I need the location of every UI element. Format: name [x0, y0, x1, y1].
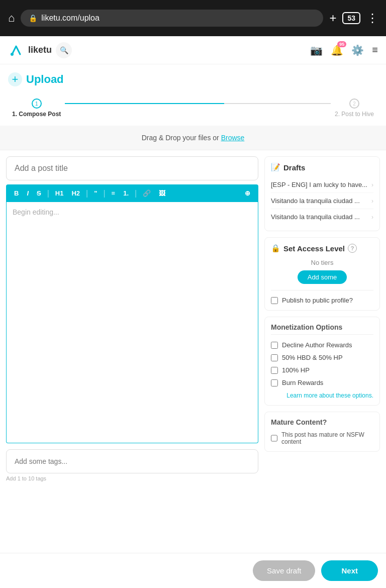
no-tiers-text: No tiers	[271, 259, 373, 266]
notification-badge: 95	[337, 41, 346, 47]
monetization-option-2: 50% HBD & 50% HP	[271, 351, 373, 364]
step-1-label: 1. Compose Post	[12, 111, 61, 118]
hamburger-menu-icon[interactable]: ≡	[372, 44, 378, 56]
notification-bell-icon[interactable]: 🔔 95	[331, 44, 343, 56]
browser-menu-icon[interactable]: ⋮	[366, 11, 378, 25]
browse-link[interactable]: Browse	[221, 134, 245, 142]
monetization-panel: Monetization Options Decline Author Rewa…	[264, 317, 380, 406]
url-text: liketu.com/uploa	[41, 14, 100, 23]
liketu-logo	[8, 42, 24, 58]
nsfw-checkbox[interactable]	[271, 435, 277, 442]
draft-item-2-text: Visitando la tranquila ciudad ...	[271, 197, 360, 205]
monetization-option-1: Decline Author Rewards	[271, 339, 373, 351]
learn-more-link[interactable]: Learn more about these options.	[271, 392, 373, 399]
access-level-title-text: Set Access Level	[283, 244, 345, 253]
step-1: 1 1. Compose Post	[12, 99, 61, 118]
draft-item-1[interactable]: [ESP - ENG] I am lucky to have... ›	[271, 177, 373, 193]
burn-rewards-checkbox[interactable]	[271, 379, 278, 386]
step-progress-line	[65, 103, 331, 104]
left-column: B I S | H1 H2 | " | ≡ 1. | 🔗 🖼 ⊕ Begin e…	[6, 156, 258, 481]
lock-emoji-icon: 🔒	[271, 244, 280, 253]
step-1-circle: 1	[32, 99, 42, 109]
title-input[interactable]	[15, 164, 250, 173]
tags-hint: Add 1 to 10 tags	[6, 475, 258, 481]
monetization-option-3: 100% HP	[271, 364, 373, 376]
camera-icon[interactable]: 📷	[310, 44, 323, 56]
mature-content-row: This post has mature or NSFW content	[271, 431, 373, 445]
toolbar-strikethrough[interactable]: S	[35, 188, 43, 198]
toolbar-italic[interactable]: I	[25, 188, 31, 198]
tags-input[interactable]	[15, 457, 250, 465]
toolbar-divider-2: |	[86, 189, 88, 198]
drafts-icon: 📝	[271, 163, 280, 172]
fifty-hbd-hp-label: 50% HBD & 50% HP	[282, 354, 343, 361]
toolbar-ordered-list[interactable]: 1.	[121, 188, 131, 198]
main-content: B I S | H1 H2 | " | ≡ 1. | 🔗 🖼 ⊕ Begin e…	[0, 150, 386, 487]
browser-chrome: ⌂ 🔒 liketu.com/uploa + 53 ⋮	[0, 0, 386, 36]
app-header: liketu 🔍 📷 🔔 95 ⚙️ ≡	[0, 36, 386, 64]
publish-row: Publish to public profile?	[271, 290, 373, 304]
fifty-hbd-hp-checkbox[interactable]	[271, 354, 278, 361]
toolbar-link[interactable]: 🔗	[141, 188, 153, 198]
bottom-action-bar: Save draft Next	[0, 553, 386, 588]
step-2-label: 2. Post to Hive	[335, 111, 374, 118]
draft-item-2[interactable]: Visitando la tranquila ciudad ... ›	[271, 193, 373, 209]
publish-label: Publish to public profile?	[282, 297, 353, 304]
decline-rewards-label: Decline Author Rewards	[282, 341, 352, 349]
hundred-hp-checkbox[interactable]	[271, 367, 278, 374]
toolbar-h2[interactable]: H2	[69, 188, 82, 198]
logo-area: liketu 🔍	[8, 42, 72, 58]
toolbar-bold[interactable]: B	[12, 188, 21, 198]
step-2: 2 2. Post to Hive	[335, 99, 374, 118]
toolbar-unordered-list[interactable]: ≡	[110, 188, 118, 198]
new-tab-icon[interactable]: +	[329, 11, 336, 25]
mature-content-title: Mature Content?	[271, 418, 373, 426]
burn-rewards-label: Burn Rewards	[282, 379, 323, 386]
draft-item-3-arrow: ›	[371, 214, 373, 221]
draft-item-3[interactable]: Visitando la tranquila ciudad ... ›	[271, 209, 373, 225]
drafts-panel-title: 📝 Drafts	[271, 163, 373, 172]
draft-item-1-arrow: ›	[371, 181, 373, 188]
tabs-count[interactable]: 53	[342, 12, 360, 24]
editor-toolbar: B I S | H1 H2 | " | ≡ 1. | 🔗 🖼 ⊕	[6, 184, 258, 202]
toolbar-image[interactable]: 🖼	[157, 188, 167, 198]
draft-item-1-text: [ESP - ENG] I am lucky to have...	[271, 181, 367, 188]
decline-rewards-checkbox[interactable]	[271, 342, 278, 349]
editor-area[interactable]: Begin editing...	[6, 202, 258, 443]
help-icon[interactable]: ?	[348, 244, 357, 253]
right-column: 📝 Drafts [ESP - ENG] I am lucky to have.…	[264, 156, 380, 481]
add-some-button[interactable]: Add some	[298, 270, 347, 284]
upload-title: Upload	[26, 73, 64, 86]
settings-gear-icon[interactable]: ⚙️	[351, 44, 364, 56]
draft-item-2-arrow: ›	[371, 198, 373, 205]
svg-point-0	[11, 53, 14, 56]
progress-stepper: 1 1. Compose Post 2 2. Post to Hive	[0, 94, 386, 126]
tags-input-wrapper[interactable]	[6, 449, 258, 473]
upload-header: + Upload	[0, 64, 386, 94]
drag-drop-text: Drag & Drop your files or	[142, 134, 221, 142]
editor-placeholder: Begin editing...	[13, 208, 59, 216]
access-level-title: 🔒 Set Access Level ?	[271, 244, 373, 253]
drag-drop-area[interactable]: Drag & Drop your files or Browse	[0, 126, 386, 150]
toolbar-more[interactable]: ⊕	[243, 188, 252, 198]
publish-checkbox[interactable]	[271, 297, 278, 304]
toolbar-h1[interactable]: H1	[53, 188, 66, 198]
logo-text: liketu	[28, 45, 52, 55]
title-input-wrapper[interactable]	[6, 156, 258, 180]
browser-actions: + 53 ⋮	[329, 11, 378, 25]
drafts-title-text: Drafts	[283, 163, 305, 172]
lock-icon: 🔒	[29, 14, 37, 22]
monetization-title: Monetization Options	[271, 323, 373, 335]
search-button[interactable]: 🔍	[56, 42, 72, 58]
mature-content-panel: Mature Content? This post has mature or …	[264, 412, 380, 452]
draft-item-3-text: Visitando la tranquila ciudad ...	[271, 213, 360, 221]
drafts-panel: 📝 Drafts [ESP - ENG] I am lucky to have.…	[264, 156, 380, 231]
toolbar-divider-1: |	[47, 189, 49, 198]
home-icon[interactable]: ⌂	[8, 12, 15, 25]
toolbar-blockquote[interactable]: "	[92, 188, 99, 198]
url-bar[interactable]: 🔒 liketu.com/uploa	[21, 10, 323, 27]
hundred-hp-label: 100% HP	[282, 366, 310, 374]
next-button[interactable]: Next	[321, 560, 378, 581]
save-draft-button[interactable]: Save draft	[253, 560, 315, 581]
step-2-circle: 2	[349, 99, 359, 109]
